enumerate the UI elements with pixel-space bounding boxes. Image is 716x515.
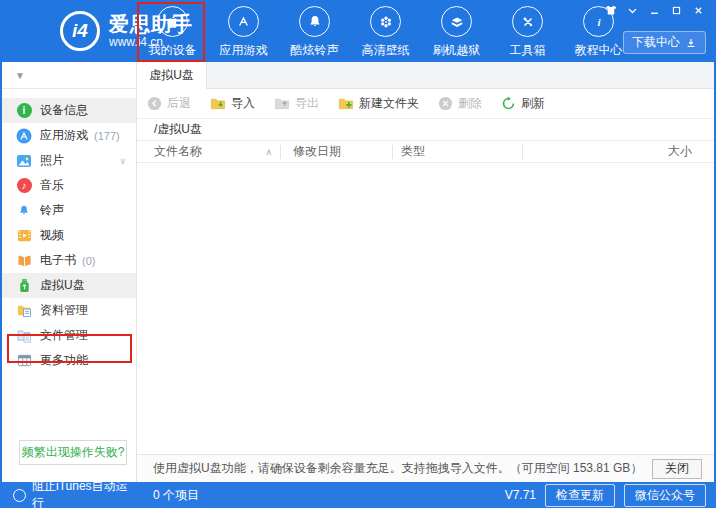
main-panel: 虚拟U盘 后退 导入 导出 新建文件夹: [137, 62, 714, 482]
refresh-icon: [501, 96, 516, 111]
logo-badge-text: i4: [72, 20, 88, 42]
file-toolbar: 后退 导入 导出 新建文件夹 删除: [137, 89, 714, 119]
folder-file-icon: [16, 328, 32, 344]
sidebar-item-label: 设备信息: [40, 102, 88, 119]
sidebar-item-label: 视频: [40, 227, 64, 244]
wechat-official-button[interactable]: 微信公众号: [624, 484, 706, 507]
sidebar-item-label: 铃声: [40, 202, 64, 219]
file-list-empty-area[interactable]: [137, 163, 714, 454]
nav-tutorials-label: 教程中心: [575, 42, 623, 59]
column-modified-date[interactable]: 修改日期: [280, 145, 392, 159]
sidebar-item-label: 音乐: [40, 177, 64, 194]
sidebar-item-file-management[interactable]: 文件管理: [2, 323, 136, 348]
tools-icon: [512, 6, 543, 37]
import-button[interactable]: 导入: [210, 95, 255, 112]
i4-logo-icon: i4: [60, 11, 100, 51]
notice-text: 使用虚拟U盘功能，请确保设备剩余容量充足。支持拖拽导入文件。（可用空间 153.…: [153, 460, 642, 477]
check-update-button[interactable]: 检查更新: [545, 484, 615, 507]
nav-wallpapers-label: 高清壁纸: [362, 42, 410, 59]
download-center-label: 下载中心: [632, 34, 680, 51]
music-icon: ♪: [16, 178, 32, 194]
flower-icon: [370, 6, 401, 37]
notice-close-button[interactable]: 关闭: [652, 459, 702, 479]
sidebar-item-device-info[interactable]: i 设备信息: [2, 98, 136, 123]
nav-apps-games[interactable]: 应用游戏: [208, 6, 279, 59]
sidebar-item-ebooks[interactable]: 电子书 (0): [2, 248, 136, 273]
version-label: V7.71: [505, 488, 536, 502]
back-icon: [147, 96, 162, 111]
sidebar-item-label: 照片: [40, 152, 64, 169]
column-size[interactable]: 大小: [522, 145, 714, 159]
app-window: i4 爱思助手 www.i4.cn 我的设备 应用游戏: [0, 0, 716, 508]
device-info-icon: i: [16, 103, 32, 119]
tab-strip: 虚拟U盘: [137, 62, 714, 89]
sidebar: ▼ i 设备信息 应用游戏 (177) 照: [2, 62, 137, 482]
nav-toolbox[interactable]: 工具箱: [492, 6, 563, 59]
photo-icon: [16, 153, 32, 169]
sidebar-item-data-management[interactable]: 资料管理: [2, 298, 136, 323]
nav-ringtones[interactable]: 酷炫铃声: [279, 6, 350, 59]
delete-button[interactable]: 删除: [438, 95, 482, 112]
theme-skin-icon[interactable]: [603, 4, 618, 17]
column-type[interactable]: 类型: [392, 145, 522, 159]
download-center-button[interactable]: 下载中心: [623, 31, 706, 54]
maximize-button[interactable]: [669, 4, 684, 17]
sidebar-item-label: 资料管理: [40, 302, 88, 319]
bell-icon: [299, 6, 330, 37]
close-button[interactable]: [691, 4, 706, 17]
minimize-button[interactable]: [647, 4, 662, 17]
sidebar-item-virtual-usb[interactable]: 虚拟U盘: [2, 273, 136, 298]
export-icon: [274, 96, 290, 111]
nav-flash-jailbreak-label: 刷机越狱: [433, 42, 481, 59]
nav-toolbox-label: 工具箱: [510, 42, 546, 59]
sidebar-item-label: 更多功能: [40, 352, 88, 369]
table-header: 文件名称 ∧ 修改日期 类型 大小: [137, 141, 714, 163]
nav-wallpapers[interactable]: 高清壁纸: [350, 6, 421, 59]
sidebar-item-apps-games[interactable]: 应用游戏 (177): [2, 123, 136, 148]
sort-asc-icon: ∧: [265, 147, 272, 157]
refresh-button[interactable]: 刷新: [501, 95, 545, 112]
delete-icon: [438, 96, 453, 111]
nav-my-device[interactable]: 我的设备: [137, 6, 208, 59]
device-selector-dropdown[interactable]: ▼: [2, 62, 136, 89]
box-icon: [441, 6, 472, 37]
tab-virtual-usb[interactable]: 虚拟U盘: [137, 62, 207, 89]
itunes-toggle[interactable]: 阻止iTunes自动运行: [0, 478, 137, 512]
usb-drive-icon: [16, 278, 32, 294]
sidebar-item-label: 电子书: [40, 252, 76, 269]
sidebar-item-music[interactable]: ♪ 音乐: [2, 173, 136, 198]
grid-icon: [16, 353, 32, 369]
sidebar-item-more-features[interactable]: 更多功能: [2, 348, 136, 373]
content-area: ▼ i 设备信息 应用游戏 (177) 照: [0, 62, 716, 482]
new-folder-icon: [338, 96, 354, 111]
sidebar-item-videos[interactable]: 视频: [2, 223, 136, 248]
itunes-toggle-label: 阻止iTunes自动运行: [32, 478, 137, 512]
sidebar-item-photos[interactable]: 照片 ∨: [2, 148, 136, 173]
primary-nav: 我的设备 应用游戏 酷炫铃声 高清壁纸: [137, 6, 634, 59]
sidebar-item-label: 文件管理: [40, 327, 88, 344]
column-file-name[interactable]: 文件名称 ∧: [137, 145, 280, 159]
sidebar-item-count: (177): [94, 130, 120, 142]
sidebar-menu: i 设备信息 应用游戏 (177) 照片 ∨: [2, 98, 136, 373]
export-button[interactable]: 导出: [274, 95, 319, 112]
back-button[interactable]: 后退: [147, 95, 191, 112]
nav-apps-games-label: 应用游戏: [220, 42, 268, 59]
folder-document-icon: [16, 303, 32, 319]
operation-failure-help-button[interactable]: 频繁出现操作失败?: [19, 440, 127, 465]
appstore-icon: [228, 6, 259, 37]
download-icon: [685, 37, 697, 49]
status-bar: 阻止iTunes自动运行 0 个项目 V7.71 检查更新 微信公众号: [0, 482, 716, 508]
expand-chevron-icon[interactable]: ∨: [119, 156, 126, 166]
notice-bar: 使用虚拟U盘功能，请确保设备剩余容量充足。支持拖拽导入文件。（可用空间 153.…: [137, 454, 714, 482]
sidebar-item-label: 虚拟U盘: [40, 277, 85, 294]
nav-my-device-label: 我的设备: [149, 42, 197, 59]
nav-flash-jailbreak[interactable]: 刷机越狱: [421, 6, 492, 59]
new-folder-button[interactable]: 新建文件夹: [338, 95, 419, 112]
window-controls: [603, 4, 706, 17]
sidebar-item-ringtones[interactable]: 铃声: [2, 198, 136, 223]
chevron-down-icon: ▼: [15, 70, 25, 81]
menu-chevron-icon[interactable]: [625, 4, 640, 17]
apple-icon: [157, 6, 188, 37]
toggle-circle-icon[interactable]: [13, 489, 26, 502]
status-bar-right: V7.71 检查更新 微信公众号: [505, 484, 716, 507]
